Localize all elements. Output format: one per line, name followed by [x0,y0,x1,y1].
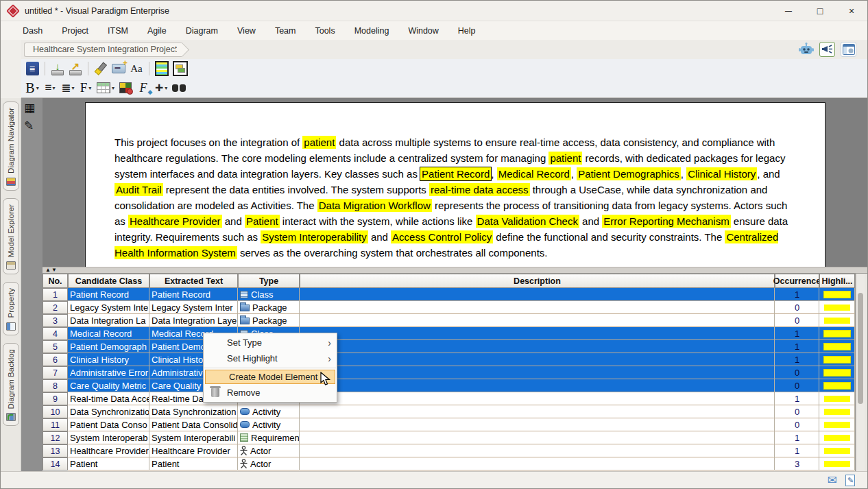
bullet-list-icon[interactable]: ≣▾ [60,80,76,96]
highlight-color-cell[interactable] [819,418,855,431]
table-row[interactable]: 12System InteroperabSystem Interoperabil… [43,431,855,444]
align-icon[interactable]: ≡▾ [42,80,58,96]
export-icon[interactable]: ↗ [67,60,84,77]
message-icon[interactable]: ✉ [828,473,837,488]
highlighter-tool-icon[interactable]: ✎ [24,119,34,133]
highlighter-icon[interactable] [93,60,109,77]
highlight-color-cell[interactable] [819,314,855,327]
highlighted-term[interactable]: Access Control Policy [391,230,493,243]
table-row[interactable]: 8Care Quality MetricCare Quality MetricC… [43,379,855,392]
find-icon[interactable] [171,80,187,96]
import-icon[interactable]: ↓ [49,60,66,77]
highlight-color-cell[interactable] [819,288,855,301]
text-analysis-view-icon[interactable] [154,60,170,77]
font-icon[interactable]: F▾ [77,80,94,96]
table-row[interactable]: 4Medical RecordMedical RecordClass1 [43,327,855,340]
context-menu-item-remove[interactable]: Remove [204,385,337,401]
edit-document-icon[interactable] [845,475,855,486]
highlight-color-cell[interactable] [819,457,855,470]
scrollbar-thumb[interactable] [858,293,863,404]
grid-icon[interactable]: ▦ [24,101,35,115]
highlight-color-cell[interactable] [819,327,855,340]
highlighted-term[interactable]: Clinical History [686,167,757,180]
highlighted-term[interactable]: Data Migration Workflow [317,199,432,212]
fill-color-icon[interactable] [117,80,134,96]
menu-item-diagram[interactable]: Diagram [176,23,228,38]
highlight-color-cell[interactable] [819,405,855,418]
menu-item-itsm[interactable]: ITSM [98,23,138,38]
highlighted-term[interactable]: System Interoperability [261,230,368,243]
highlight-color-cell[interactable] [819,431,855,444]
minimize-button[interactable]: ─ [773,1,804,21]
table-scrollbar[interactable] [856,274,865,471]
table-row[interactable]: 2Legacy System InteLegacy System InterPa… [43,301,855,314]
ai-assistant-icon[interactable] [798,42,814,57]
collapse-expand-arrows[interactable]: ▲▼ [45,267,58,273]
highlight-color-cell[interactable] [819,444,855,457]
maximize-button[interactable]: □ [804,1,836,21]
menu-item-tools[interactable]: Tools [305,23,344,38]
menu-item-view[interactable]: View [228,23,265,38]
close-button[interactable]: × [836,1,867,21]
announcement-icon[interactable] [819,42,835,57]
sidebar-tab-property[interactable]: Property [3,282,19,335]
column-header-type[interactable]: Type [238,274,300,288]
table-row[interactable]: 1Patient RecordPatient RecordClass1 [43,288,855,301]
bold-icon[interactable]: B▾ [24,80,40,96]
highlighted-term[interactable]: Error Reporting Mechanism [602,215,730,228]
column-header-description[interactable]: Description [300,274,775,288]
new-candidate-window-icon[interactable] [110,60,127,77]
insert-table-icon[interactable]: ▾ [95,80,116,96]
highlighted-term[interactable]: Medical Record [497,167,571,180]
column-header-extractedtext[interactable]: Extracted Text [149,274,238,288]
highlighted-term[interactable]: Patient [245,215,280,228]
export-document-icon[interactable]: ≣ [24,60,40,77]
column-header-occurrence[interactable]: Occurrence [775,274,819,288]
breadcrumb[interactable]: Healthcare System Integration Project [24,43,182,57]
highlighted-term[interactable]: Data Validation Check [476,215,579,228]
table-row[interactable]: 7Administrative ErrorAdministrative Erro… [43,366,855,379]
highlight-color-cell[interactable] [819,353,855,366]
sidebar-tab-diagram-backlog[interactable]: Diagram Backlog [3,343,19,427]
text-style-icon[interactable]: Aa [128,60,145,77]
menu-item-help[interactable]: Help [448,23,485,38]
highlight-color-cell[interactable] [819,392,855,405]
menu-item-modeling[interactable]: Modeling [345,23,399,38]
context-menu-item-set-type[interactable]: Set Type› [204,335,337,350]
menu-item-agile[interactable]: Agile [138,23,176,38]
formula-icon[interactable]: F [135,80,152,96]
add-icon[interactable]: +▾ [153,80,169,96]
table-row[interactable]: 13Healthcare ProviderHealthcare Provider… [43,444,855,457]
highlight-color-cell[interactable] [819,366,855,379]
sidebar-tab-model-explorer[interactable]: Model Explorer [3,198,19,274]
highlighted-term[interactable]: Patient Record [420,167,491,180]
panel-splitter[interactable]: ▲▼ [43,267,867,274]
table-row[interactable]: 9Real-time Data AcceReal-time Data Acces… [43,392,855,405]
context-menu-item-set-highlight[interactable]: Set Highlight› [204,350,337,366]
sidebar-tab-diagram-navigator[interactable]: Diagram Navigator [3,102,19,191]
context-menu-item-create-model-element[interactable]: Create Model Element [205,370,335,384]
table-row[interactable]: 10Data SynchronizatioData Synchronizatio… [43,405,855,418]
highlight-color-cell[interactable] [819,379,855,392]
highlighted-term[interactable]: Audit Trail [114,183,163,196]
highlight-color-cell[interactable] [819,340,855,353]
layout-panel-icon[interactable] [841,42,856,57]
menu-item-dash[interactable]: Dash [13,23,52,38]
table-row[interactable]: 3Data Integration LaData Integration Lay… [43,314,855,327]
diagram-view-icon[interactable] [171,60,189,77]
menu-item-project[interactable]: Project [52,23,98,38]
table-row[interactable]: 5Patient DemographPatient DemographicCla… [43,340,855,353]
table-row[interactable]: 11Patient Data ConsoPatient Data Consoli… [43,418,855,431]
table-row[interactable]: 6Clinical HistoryClinical HistoryClass1 [43,353,855,366]
highlighted-term[interactable]: patient [302,136,336,149]
highlighted-term[interactable]: real-time data access [429,183,530,196]
table-row[interactable]: 14PatientPatientActor3 [43,457,855,470]
highlight-color-cell[interactable] [819,301,855,314]
column-header-no[interactable]: No. [43,274,68,288]
column-header-candidateclass[interactable]: Candidate Class [68,274,149,288]
highlighted-term[interactable]: Patient Demographics [577,167,681,180]
column-header-highli[interactable]: Highli... [819,274,855,288]
highlighted-term[interactable]: Healthcare Provider [128,215,222,228]
menu-item-window[interactable]: Window [398,23,448,38]
highlighted-term[interactable]: patient [548,152,582,165]
